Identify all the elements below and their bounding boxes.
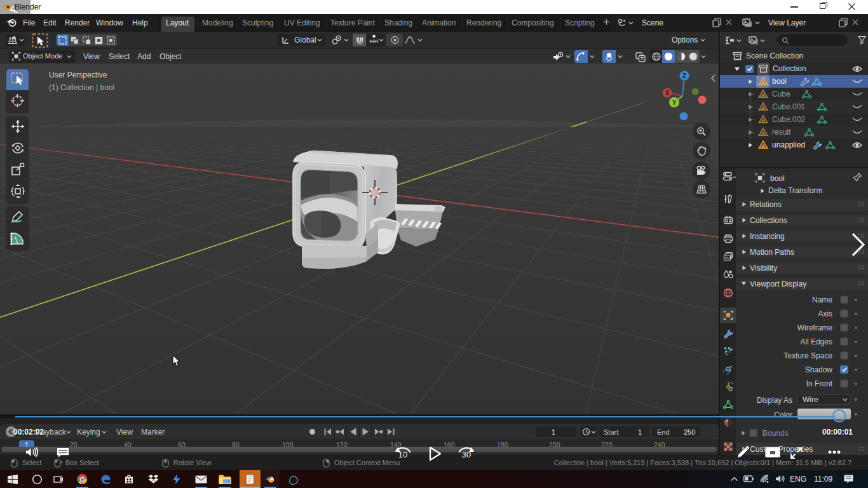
svg-text:X: X: [665, 90, 670, 97]
svg-text:Y: Y: [672, 99, 677, 106]
svg-text:Z: Z: [682, 72, 686, 79]
